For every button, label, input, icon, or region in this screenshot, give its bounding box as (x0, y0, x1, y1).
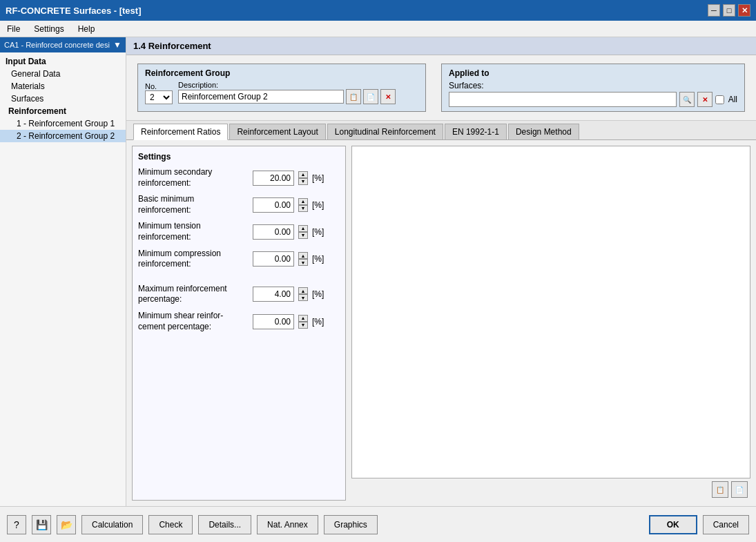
tab-design-method[interactable]: Design Method (508, 124, 579, 139)
minimize-button[interactable]: ─ (708, 4, 720, 17)
menu-help[interactable]: Help (74, 23, 99, 35)
sidebar-item-reinforcement[interactable]: Reinforcement (0, 105, 126, 117)
corner-icon-btn-2[interactable]: 📄 (731, 481, 748, 498)
setting-input-4[interactable] (253, 287, 294, 302)
setting-input-0[interactable] (253, 171, 294, 186)
unit-label-5: [%] (312, 317, 324, 327)
spin-up-5[interactable]: ▲ (298, 315, 308, 322)
menu-file[interactable]: File (3, 23, 24, 35)
setting-row-1: Basic minimum reinforcement: ▲ ▼ [%] (138, 194, 340, 215)
spin-down-4[interactable]: ▼ (298, 294, 308, 301)
sidebar-item-general-data[interactable]: General Data (0, 68, 126, 80)
sidebar-item-materials[interactable]: Materials (0, 80, 126, 93)
right-content-area: 📋 📄 (351, 146, 750, 501)
cancel-button[interactable]: Cancel (703, 515, 749, 534)
setting-input-5[interactable] (253, 314, 294, 329)
setting-input-2[interactable] (253, 224, 294, 240)
surfaces-label: Surfaces: (449, 81, 484, 90)
setting-row-2: Minimum tension reinforcement: ▲ ▼ [%] (138, 221, 340, 242)
surfaces-clear-button[interactable]: ✕ (697, 92, 713, 107)
check-button[interactable]: Check (148, 515, 193, 534)
spin-up-1[interactable]: ▲ (298, 198, 308, 205)
sidebar-item-rg2[interactable]: 2 - Reinforcement Group 2 (0, 130, 126, 142)
dropdown-chevron-icon[interactable]: ▼ (113, 40, 122, 50)
menu-settings[interactable]: Settings (30, 23, 68, 35)
setting-label-5: Minimum shear reinfor- cement percentage… (138, 311, 249, 332)
unit-label-0: [%] (312, 173, 324, 183)
spin-arrows-0: ▲ ▼ (298, 171, 308, 185)
panel-header: 1.4 Reinforcement (126, 37, 756, 55)
maximize-button[interactable]: □ (723, 4, 735, 17)
corner-icons: 📋 📄 (351, 478, 750, 501)
sidebar-item-surfaces[interactable]: Surfaces (0, 93, 126, 105)
spin-up-2[interactable]: ▲ (298, 225, 308, 232)
setting-input-3[interactable] (253, 251, 294, 267)
ok-button[interactable]: OK (649, 515, 697, 534)
setting-label-4: Maximum reinforcement percentage: (138, 284, 249, 305)
spin-up-3[interactable]: ▲ (298, 252, 308, 259)
bottom-icon-save[interactable]: 💾 (32, 515, 51, 534)
reinforcement-group-box: Reinforcement Group No. 2 1 Description: (137, 64, 426, 112)
spin-down-2[interactable]: ▼ (298, 232, 308, 239)
bottom-bar: ? 💾 📂 Calculation Check Details... Nat. … (0, 506, 756, 542)
setting-row-4: Maximum reinforcement percentage: ▲ ▼ [%… (138, 284, 340, 305)
bottom-icon-help[interactable]: ? (7, 515, 26, 534)
tab-reinforcement-ratios[interactable]: Reinforcement Ratios (133, 124, 228, 140)
spin-up-0[interactable]: ▲ (298, 171, 308, 178)
unit-label-1: [%] (312, 200, 324, 210)
tab-reinforcement-layout[interactable]: Reinforcement Layout (229, 124, 325, 139)
spin-down-0[interactable]: ▼ (298, 178, 308, 185)
content-area: CA1 - Reinforced concrete desi ▼ Input D… (0, 37, 756, 506)
setting-label-0: Minimum secondary reinforcement: (138, 167, 249, 188)
graphics-button[interactable]: Graphics (324, 515, 378, 534)
unit-label-3: [%] (312, 254, 324, 264)
sidebar: CA1 - Reinforced concrete desi ▼ Input D… (0, 37, 126, 506)
setting-label-2: Minimum tension reinforcement: (138, 221, 249, 242)
spin-arrows-3: ▲ ▼ (298, 252, 308, 266)
rg-paste-button[interactable]: 📄 (363, 89, 378, 104)
spin-down-1[interactable]: ▼ (298, 205, 308, 212)
spin-arrows-2: ▲ ▼ (298, 225, 308, 239)
title-bar-controls: ─ □ ✕ (708, 4, 750, 17)
at-title: Applied to (449, 68, 737, 78)
surfaces-all-label: All (728, 95, 737, 104)
setting-row-0: Minimum secondary reinforcement: ▲ ▼ [%] (138, 167, 340, 188)
rg-desc-input[interactable] (178, 90, 344, 104)
settings-title: Settings (138, 152, 340, 162)
right-tab-content (351, 146, 750, 478)
tab-en1992[interactable]: EN 1992-1-1 (445, 124, 507, 139)
tab-content: Settings Minimum secondary reinforcement… (126, 140, 756, 506)
tabs-row: Reinforcement Ratios Reinforcement Layou… (126, 121, 756, 140)
rg-delete-button[interactable]: ✕ (380, 89, 396, 104)
calculation-button[interactable]: Calculation (81, 515, 143, 534)
sidebar-dropdown-text: CA1 - Reinforced concrete desi (4, 41, 110, 49)
spin-down-3[interactable]: ▼ (298, 259, 308, 266)
setting-input-1[interactable] (253, 197, 294, 213)
main-container: CA1 - Reinforced concrete desi ▼ Input D… (0, 37, 756, 542)
right-panel: 1.4 Reinforcement Reinforcement Group No… (126, 37, 756, 506)
surfaces-all-checkbox[interactable] (715, 95, 724, 104)
settings-panel: Settings Minimum secondary reinforcement… (132, 146, 346, 501)
details-button[interactable]: Details... (198, 515, 251, 534)
surfaces-select-button[interactable]: 🔍 (679, 92, 695, 107)
sidebar-item-rg1[interactable]: 1 - Reinforcement Group 1 (0, 117, 126, 130)
unit-label-4: [%] (312, 289, 324, 299)
menu-bar: File Settings Help (0, 21, 756, 37)
rg-title: Reinforcement Group (145, 68, 418, 78)
rg-no-label: No. (145, 82, 173, 90)
close-button[interactable]: ✕ (738, 4, 750, 17)
spin-arrows-1: ▲ ▼ (298, 198, 308, 212)
setting-label-1: Basic minimum reinforcement: (138, 194, 249, 215)
rg-desc-label: Description: (178, 81, 418, 89)
spin-down-5[interactable]: ▼ (298, 322, 308, 329)
corner-icon-btn-1[interactable]: 📋 (712, 481, 728, 498)
rg-copy-button[interactable]: 📋 (346, 89, 361, 104)
surfaces-input[interactable] (449, 92, 677, 107)
rg-no-select[interactable]: 2 1 (145, 90, 173, 104)
sidebar-item-input-data[interactable]: Input Data (0, 55, 126, 68)
spin-arrows-4: ▲ ▼ (298, 287, 308, 301)
spin-up-4[interactable]: ▲ (298, 287, 308, 294)
tab-longitudinal-reinforcement[interactable]: Longitudinal Reinforcement (327, 124, 443, 139)
nat-annex-button[interactable]: Nat. Annex (257, 515, 318, 534)
bottom-icon-open[interactable]: 📂 (57, 515, 76, 534)
